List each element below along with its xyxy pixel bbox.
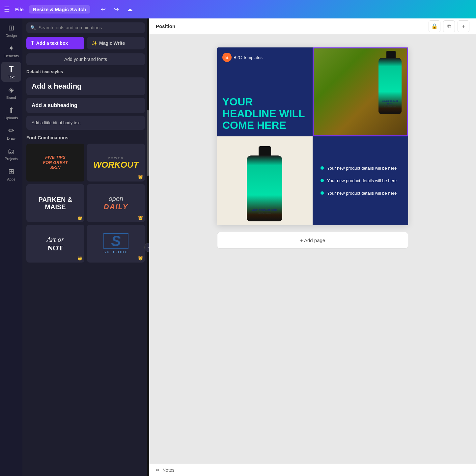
font-card-content: POWER WORKOUT (91, 154, 141, 172)
font-combo-parken-maise[interactable]: PARKEN &MAISE 👑 (26, 184, 84, 222)
add-brand-fonts-button[interactable]: Add your brand fonts (26, 53, 145, 65)
add-text-box-label: Add a text box (36, 41, 68, 46)
sidebar-item-uploads[interactable]: ⬆ Uploads (1, 103, 21, 123)
canvas-header-actions: 🔒 ⧉ + (429, 20, 469, 32)
cloud-save-icon[interactable]: ☁ (125, 4, 135, 14)
text-panel: 🔍 T Add a text box ✨ Magic Write Add you… (22, 18, 149, 476)
font-card-content: PARKEN &MAISE (36, 193, 75, 213)
sidebar-item-elements[interactable]: ✦ Elements (1, 42, 21, 61)
text-icon: T (9, 65, 14, 74)
uploads-icon: ⬆ (8, 106, 14, 115)
design-card[interactable]: B B2C Templates YOUR HEADLINE WILL COME … (217, 47, 408, 225)
parken-text: PARKEN &MAISE (39, 196, 72, 210)
daily-text: DAILY (104, 203, 128, 211)
design-bottom-section: YOUR PRODUCT HEREB2C Templates Your new … (217, 136, 408, 225)
projects-icon: 🗂 (8, 147, 15, 155)
workout-text: WORKOUT (93, 160, 138, 169)
design-headline-panel: B B2C Templates YOUR HEADLINE WILL COME … (217, 47, 313, 136)
draw-label: Draw (7, 136, 15, 140)
lock-button[interactable]: 🔒 (429, 20, 440, 32)
magic-icon: ✨ (92, 41, 97, 46)
premium-crown: 👑 (77, 215, 82, 220)
add-text-box-button[interactable]: T Add a text box (26, 37, 84, 49)
action-buttons-row: T Add a text box ✨ Magic Write (26, 37, 145, 49)
top-bar-actions: ↩ ↪ ☁ (98, 4, 135, 14)
elements-label: Elements (4, 54, 19, 58)
text-box-icon: T (31, 40, 34, 46)
font-card-content: S surname (101, 231, 131, 257)
projects-label: Projects (5, 157, 18, 161)
add-page-button[interactable]: + Add page (217, 232, 408, 249)
main-layout: ⊞ Design ✦ Elements T Text ◈ Brand ⬆ Upl… (0, 18, 476, 476)
canvas-scroll[interactable]: B B2C Templates YOUR HEADLINE WILL COME … (149, 34, 476, 464)
add-element-button[interactable]: + (458, 20, 469, 32)
search-input[interactable] (39, 25, 141, 30)
product-detail-1: Your new product details will be here (321, 165, 400, 171)
font-combo-open-daily[interactable]: open DAILY 👑 (87, 184, 145, 222)
add-heading-style[interactable]: Add a heading (26, 77, 145, 95)
font-combo-power-workout[interactable]: POWER WORKOUT 👑 (87, 144, 145, 182)
product-detail-2: Your new product details will be here (321, 178, 400, 184)
bullet-dot-3 (321, 191, 324, 195)
headline-text: YOUR HEADLINE WILL COME HERE (222, 96, 307, 131)
add-subheading-style[interactable]: Add a subheading (26, 98, 145, 113)
premium-crown: 👑 (77, 256, 82, 261)
design-label: Design (6, 34, 17, 38)
file-menu[interactable]: File (15, 7, 24, 12)
design-top-section: B B2C Templates YOUR HEADLINE WILL COME … (217, 47, 408, 136)
design-product-image-bottom: YOUR PRODUCT HEREB2C Templates (217, 136, 313, 225)
art-text: Art orNOT (46, 235, 64, 252)
magic-write-button[interactable]: ✨ Magic Write (87, 37, 145, 49)
premium-crown: 👑 (138, 256, 143, 261)
brand-logo-text: B2C Templates (234, 55, 263, 60)
magic-write-label: Magic Write (99, 41, 125, 46)
notes-icon: ✏ (156, 467, 160, 473)
brand-logo-icon: B (222, 53, 232, 62)
undo-icon[interactable]: ↩ (98, 4, 109, 14)
surname-text: surname (103, 249, 128, 254)
brand-logo: B B2C Templates (222, 53, 307, 62)
product-detail-text-3: Your new product details will be here (327, 190, 397, 196)
sidebar-item-apps[interactable]: ⊞ Apps (1, 165, 21, 184)
sidebar-item-design[interactable]: ⊞ Design (1, 21, 21, 40)
s-letter: S (103, 233, 128, 249)
font-card-content: FIVE TIPSFOR GREATSKIN (40, 152, 70, 173)
apps-icon: ⊞ (8, 167, 14, 176)
menu-icon[interactable]: ☰ (4, 5, 10, 13)
font-combo-surname[interactable]: S surname 👑 (87, 225, 145, 263)
position-title: Position (156, 23, 175, 29)
copy-button[interactable]: ⧉ (443, 20, 455, 32)
notes-label: Notes (162, 467, 175, 473)
font-combinations-grid: FIVE TIPSFOR GREATSKIN POWER WORKOUT 👑 P… (26, 144, 145, 263)
left-sidebar: ⊞ Design ✦ Elements T Text ◈ Brand ⬆ Upl… (0, 18, 22, 476)
brand-icon: ◈ (9, 86, 14, 94)
search-icon: 🔍 (30, 25, 36, 30)
search-box[interactable]: 🔍 (26, 22, 145, 33)
font-combo-five-tips[interactable]: FIVE TIPSFOR GREATSKIN (26, 144, 84, 182)
bullet-dot-1 (321, 166, 324, 170)
top-bar: ☰ File Resize & Magic Switch ↩ ↪ ☁ (0, 0, 476, 18)
add-body-style[interactable]: Add a little bit of body text (26, 116, 145, 130)
redo-icon[interactable]: ↪ (111, 4, 122, 14)
elements-icon: ✦ (8, 44, 14, 53)
font-card-content: Art orNOT (44, 233, 67, 255)
font-combo-art-or-not[interactable]: Art orNOT 👑 (26, 225, 84, 263)
text-label: Text (8, 75, 14, 79)
design-details-panel: Your new product details will be here Yo… (313, 136, 408, 225)
power-text: POWER (93, 156, 138, 160)
design-icon: ⊞ (8, 24, 14, 32)
sidebar-item-brand[interactable]: ◈ Brand (1, 83, 21, 102)
apps-label: Apps (7, 177, 15, 181)
notes-bar[interactable]: ✏ Notes (149, 464, 476, 476)
bullet-dot-2 (321, 179, 324, 182)
uploads-label: Uploads (5, 116, 18, 120)
panel-scrollbar-thumb[interactable] (147, 110, 149, 176)
resize-magic-switch-title[interactable]: Resize & Magic Switch (29, 5, 90, 14)
sidebar-item-projects[interactable]: 🗂 Projects (1, 144, 21, 163)
draw-icon: ✏ (8, 126, 14, 135)
sidebar-item-draw[interactable]: ✏ Draw (1, 124, 21, 143)
default-styles-title: Default text styles (26, 69, 145, 74)
sidebar-item-text[interactable]: T Text (1, 62, 21, 82)
premium-crown: 👑 (138, 215, 143, 220)
product-detail-text-2: Your new product details will be here (327, 178, 397, 184)
